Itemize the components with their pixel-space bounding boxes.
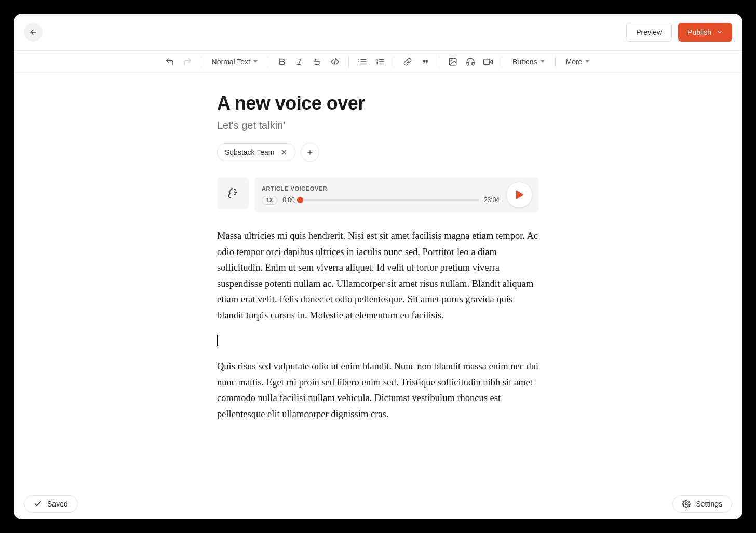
top-bar: Preview Publish: [14, 14, 743, 51]
image-button[interactable]: [447, 56, 459, 68]
audio-progress-track[interactable]: [300, 199, 479, 201]
settings-label: Settings: [696, 500, 722, 508]
preview-label: Preview: [636, 28, 662, 36]
buttons-dropdown[interactable]: Buttons: [509, 58, 547, 66]
svg-point-16: [451, 60, 452, 61]
more-dropdown[interactable]: More: [563, 58, 593, 66]
content-area[interactable]: A new voice over Let's get talkin' Subst…: [14, 73, 743, 519]
bottom-bar: Saved Settings: [14, 488, 743, 519]
image-icon: [448, 57, 457, 66]
audio-progress-handle[interactable]: [297, 197, 303, 203]
link-button[interactable]: [401, 56, 414, 68]
gear-icon: [682, 500, 691, 508]
buttons-label: Buttons: [512, 58, 537, 66]
remove-tag-button[interactable]: [280, 149, 288, 156]
paragraph[interactable]: Massa ultricies mi quis hendrerit. Nisi …: [217, 228, 539, 323]
publish-label: Publish: [687, 28, 711, 36]
voiceover-block: ARTICLE VOICEOVER 1X 0:00 23:04: [217, 177, 539, 212]
preview-button[interactable]: Preview: [626, 23, 672, 42]
voiceover-thumbnail: [217, 177, 249, 209]
code-button[interactable]: [329, 56, 341, 68]
redo-button[interactable]: [181, 56, 194, 68]
caret-down-icon: [541, 60, 545, 63]
italic-icon: [295, 58, 304, 66]
chevron-down-icon: [717, 29, 723, 35]
undo-button[interactable]: [164, 56, 176, 68]
bold-icon: [278, 58, 286, 66]
svg-line-3: [299, 59, 301, 64]
quote-button[interactable]: [419, 56, 431, 68]
bullet-list-button[interactable]: [356, 56, 369, 68]
close-icon: [280, 149, 288, 156]
current-time: 0:00: [282, 196, 294, 204]
caret-down-icon: [585, 60, 589, 63]
add-tag-button[interactable]: [301, 143, 319, 162]
voice-icon: [225, 185, 241, 201]
voiceover-label: ARTICLE VOICEOVER: [262, 185, 500, 192]
publish-button[interactable]: Publish: [678, 23, 732, 42]
code-icon: [330, 57, 340, 66]
svg-line-5: [334, 59, 336, 65]
paragraph[interactable]: Quis risus sed vulputate odio ut enim bl…: [217, 358, 539, 422]
redo-icon: [183, 57, 192, 66]
back-button[interactable]: [24, 23, 43, 42]
play-icon: [516, 190, 524, 199]
svg-rect-18: [484, 59, 490, 64]
save-status-label: Saved: [47, 500, 68, 508]
strikethrough-icon: [313, 58, 321, 66]
settings-button[interactable]: Settings: [672, 495, 732, 513]
play-button[interactable]: [507, 182, 532, 207]
italic-button[interactable]: [293, 56, 306, 68]
post-body[interactable]: Massa ultricies mi quis hendrerit. Nisi …: [217, 228, 539, 422]
text-cursor: [217, 335, 218, 346]
save-status[interactable]: Saved: [24, 495, 78, 513]
author-tags-row: Substack Team: [217, 143, 539, 162]
numbered-list-icon: [375, 57, 385, 66]
headphones-icon: [466, 57, 475, 66]
check-icon: [34, 500, 42, 508]
audio-button[interactable]: [464, 56, 477, 68]
top-actions: Preview Publish: [626, 23, 732, 42]
video-button[interactable]: [482, 56, 494, 68]
svg-point-23: [685, 503, 687, 505]
plus-icon: [306, 149, 314, 156]
bullet-list-icon: [358, 57, 367, 66]
post-subtitle[interactable]: Let's get talkin': [217, 119, 539, 131]
caret-down-icon: [253, 60, 258, 63]
quote-icon: [421, 58, 429, 66]
numbered-list-button[interactable]: [374, 56, 386, 68]
svg-marker-17: [490, 60, 492, 64]
link-icon: [403, 58, 412, 66]
formatting-toolbar: Normal Text Butto: [14, 51, 743, 73]
post-title[interactable]: A new voice over: [217, 92, 539, 114]
author-tag[interactable]: Substack Team: [217, 143, 295, 161]
text-style-label: Normal Text: [212, 58, 250, 66]
arrow-left-icon: [29, 28, 37, 36]
more-label: More: [566, 58, 583, 66]
author-tag-label: Substack Team: [225, 148, 274, 156]
video-icon: [483, 57, 493, 66]
text-style-dropdown[interactable]: Normal Text: [209, 58, 261, 66]
strikethrough-button[interactable]: [311, 56, 323, 68]
editor-column: A new voice over Let's get talkin' Subst…: [217, 92, 539, 422]
total-time: 23:04: [484, 196, 500, 204]
voiceover-panel: ARTICLE VOICEOVER 1X 0:00 23:04: [254, 177, 539, 212]
editor-window: Preview Publish Normal Text: [14, 14, 743, 519]
undo-icon: [165, 57, 174, 66]
playback-speed-button[interactable]: 1X: [262, 196, 277, 205]
bold-button[interactable]: [276, 56, 288, 68]
